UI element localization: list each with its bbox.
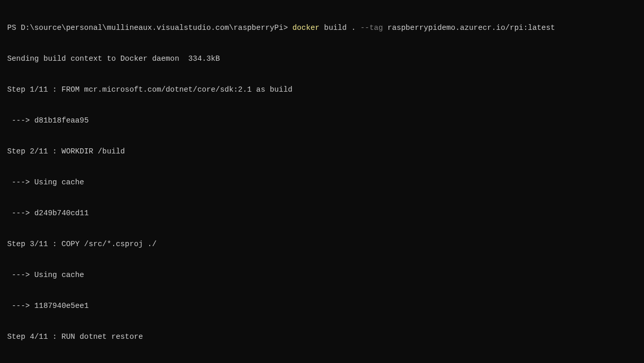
cmd-tag-value: raspberrypidemo.azurecr.io/rpi:latest	[383, 24, 555, 32]
output-line: Step 2/11 : WORKDIR /build	[7, 146, 644, 157]
output-line: Step 4/11 : RUN dotnet restore	[7, 332, 644, 342]
terminal-output[interactable]: PS D:\source\personal\mullineaux.visuals…	[0, 0, 644, 363]
prompt-line: PS D:\source\personal\mullineaux.visuals…	[7, 23, 644, 33]
cmd-tag-flag: --tag	[361, 24, 383, 32]
cmd-docker: docker	[293, 24, 320, 32]
cmd-build-args: build .	[319, 24, 360, 32]
output-line: Step 1/11 : FROM mcr.microsoft.com/dotne…	[7, 84, 644, 95]
ps-prompt: PS D:\source\personal\mullineaux.visuals…	[7, 24, 293, 32]
output-line: ---> Using cache	[7, 270, 644, 280]
output-line: Sending build context to Docker daemon 3…	[7, 54, 644, 64]
output-line: ---> 1187940e5ee1	[7, 301, 644, 311]
output-line: ---> d81b18feaa95	[7, 115, 644, 126]
output-line: ---> Using cache	[7, 177, 644, 187]
output-line: Step 3/11 : COPY /src/*.csproj ./	[7, 239, 644, 249]
output-line: ---> d249b740cd11	[7, 208, 644, 218]
